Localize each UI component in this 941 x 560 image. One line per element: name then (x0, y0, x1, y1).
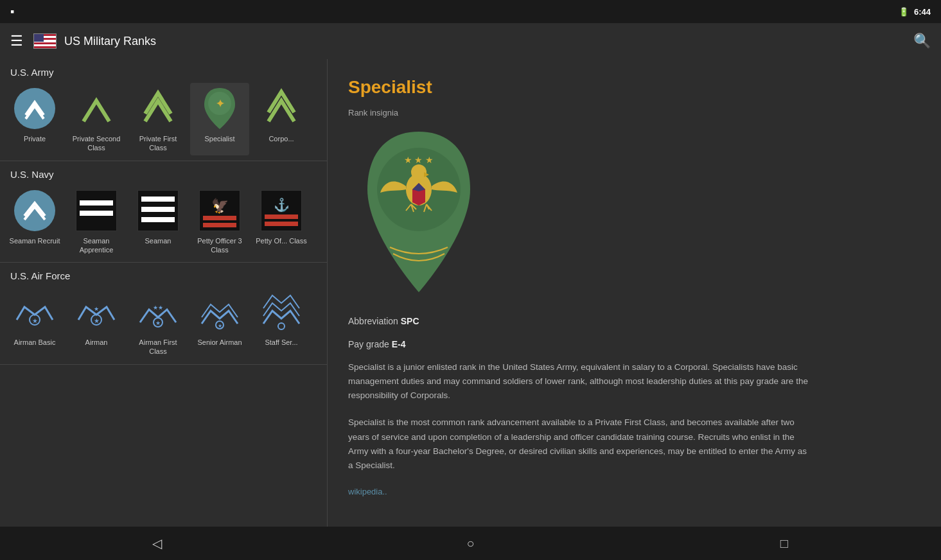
seaman-apprentice-bg (76, 190, 117, 231)
rank-item-airman[interactable]: ★ ★ Airman (67, 286, 126, 359)
svg-text:★: ★ (94, 317, 100, 324)
airman-basic-label: Airman Basic (14, 338, 56, 347)
rank-item-specialist[interactable]: ✦ Specialist (190, 83, 249, 155)
staff-ser-label: Staff Ser... (265, 338, 297, 347)
specialist-insignia-display: ★ ★ ★ (348, 125, 920, 301)
detail-description-2: Specialist is the most common rank advan… (348, 416, 811, 473)
private-first-insignia (135, 85, 181, 132)
army-section-title: U.S. Army (0, 67, 327, 83)
rank-item-private[interactable]: Private (5, 83, 64, 155)
specialist-insignia: ✦ (197, 85, 243, 132)
svg-rect-11 (265, 214, 298, 219)
senior-airman-label: Senior Airman (197, 338, 242, 347)
status-time: 6:44 (914, 7, 931, 17)
rank-item-seaman[interactable]: Seaman (128, 185, 188, 258)
petty-officer-3-insignia: 🦅 (197, 188, 243, 234)
pay-grade-label: Pay grade (348, 339, 389, 349)
airforce-section-title: U.S. Air Force (0, 270, 327, 286)
staff-ser-insignia (258, 289, 304, 335)
battery-icon: 🔋 (899, 7, 909, 17)
rank-item-airman-basic[interactable]: ★ Airman Basic (5, 286, 64, 359)
svg-rect-5 (141, 207, 175, 212)
svg-text:🦅: 🦅 (211, 197, 229, 214)
private-second-svg (76, 88, 117, 129)
airman-svg: ★ ★ (76, 292, 117, 333)
search-button[interactable]: 🔍 (913, 33, 931, 49)
nav-bar: ◁ ○ □ (0, 527, 941, 560)
menu-icon[interactable]: ☰ (10, 33, 23, 49)
army-section: U.S. Army Private (0, 59, 327, 161)
svg-text:★: ★ (155, 320, 161, 326)
specialist-badge-svg: ✦ (199, 85, 240, 132)
specialist-label-left: Specialist (204, 134, 234, 143)
airman-basic-svg: ★ (14, 292, 55, 333)
private-chevron-svg (21, 94, 49, 123)
seaman-recruit-label: Seaman Recruit (10, 236, 60, 245)
svg-text:★★: ★★ (153, 304, 163, 311)
airman-label: Airman (85, 338, 108, 347)
svg-rect-4 (141, 197, 175, 202)
rank-item-staff-ser[interactable]: Staff Ser... (252, 286, 311, 359)
rank-item-petty-officer-3[interactable]: 🦅 Petty Officer 3 Class (190, 185, 249, 258)
rank-item-seaman-apprentice[interactable]: Seaman Apprentice (67, 185, 126, 258)
home-button[interactable]: ○ (455, 528, 486, 559)
private-first-svg (137, 88, 179, 129)
petty-officer-3-bg: 🦅 (199, 190, 240, 231)
svg-rect-2 (80, 200, 113, 206)
svg-rect-3 (80, 211, 113, 216)
abbreviation-label: Abbreviation (348, 316, 398, 326)
recent-button[interactable]: □ (769, 528, 800, 559)
svg-text:★: ★ (218, 323, 222, 329)
corporal-svg (261, 88, 302, 129)
wikipedia-link[interactable]: wikipedia.. (348, 487, 387, 496)
seaman-label: Seaman (145, 236, 171, 245)
corporal-label: Corpo... (268, 134, 294, 143)
private-first-label: Private First Class (131, 134, 185, 153)
seaman-apprentice-insignia (73, 188, 119, 234)
private-circle (14, 88, 55, 129)
navy-section-title: U.S. Navy (0, 169, 327, 185)
petty-officer-3-svg: 🦅 (203, 193, 236, 229)
svg-point-23 (278, 323, 285, 329)
left-panel: U.S. Army Private (0, 59, 328, 527)
army-rank-grid: Private Private Second Class (0, 83, 327, 155)
rank-item-private-first[interactable]: Private First Class (128, 83, 188, 155)
private-insignia (12, 85, 58, 132)
seaman-recruit-svg (21, 197, 49, 225)
seaman-svg (141, 194, 175, 227)
petty-officer-3-label: Petty Officer 3 Class (193, 236, 247, 255)
corporal-insignia (258, 85, 304, 132)
flag-icon (33, 33, 57, 49)
seaman-apprentice-svg (80, 198, 113, 223)
svg-text:★ ★ ★: ★ ★ ★ (404, 155, 434, 165)
rank-insignia-label: Rank insignia (348, 108, 920, 118)
rank-item-seaman-recruit[interactable]: Seaman Recruit (5, 185, 64, 258)
private-second-label: Private Second Class (69, 134, 123, 153)
status-bar: ▪ 🔋 6:44 (0, 0, 941, 23)
back-button[interactable]: ◁ (141, 528, 172, 559)
rank-item-corporal[interactable]: Corpo... (252, 83, 311, 155)
svg-rect-8 (203, 216, 236, 220)
rank-item-private-second[interactable]: Private Second Class (67, 83, 126, 155)
detail-description-1: Specialist is a junior enlisted rank in … (348, 360, 811, 403)
rank-item-senior-airman[interactable]: ★ Senior Airman (190, 286, 249, 359)
navy-section: U.S. Navy Seaman Recruit (0, 161, 327, 263)
petty-officer-2-bg: ⚓ (261, 190, 302, 231)
airforce-section: U.S. Air Force ★ Airman Basic (0, 263, 327, 365)
svg-text:★: ★ (94, 306, 99, 312)
svg-rect-9 (203, 223, 236, 227)
pay-grade-value: E-4 (392, 339, 406, 349)
petty-officer-2-svg: ⚓ (265, 193, 298, 229)
app-title: US Military Ranks (64, 35, 913, 48)
senior-airman-insignia: ★ (197, 289, 243, 335)
seaman-apprentice-label: Seaman Apprentice (69, 236, 123, 255)
svg-rect-12 (265, 222, 298, 226)
seaman-recruit-insignia (12, 188, 58, 234)
svg-text:⚓: ⚓ (274, 197, 290, 213)
rank-item-airman-first[interactable]: ★ ★★ Airman First Class (128, 286, 188, 359)
rank-item-petty-officer-2[interactable]: ⚓ Petty Of... Class (252, 185, 311, 258)
detail-abbreviation: Abbreviation SPC (348, 314, 920, 329)
petty-officer-2-insignia: ⚓ (258, 188, 304, 234)
airforce-rank-grid: ★ Airman Basic ★ ★ Air (0, 286, 327, 359)
private-second-insignia (73, 85, 119, 132)
